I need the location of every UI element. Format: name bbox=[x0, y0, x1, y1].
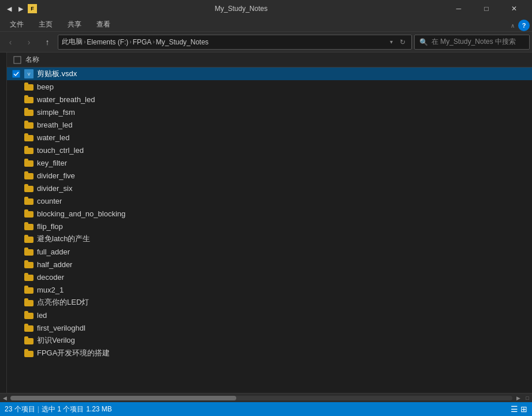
minimize-button[interactable]: ─ bbox=[445, 0, 472, 17]
breadcrumb: 此电脑 › Elements (F:) › FPGA › My_Study_No… bbox=[62, 37, 385, 47]
list-item[interactable]: FPGA开发环境的搭建 bbox=[7, 347, 532, 359]
item-checkbox[interactable] bbox=[12, 272, 21, 282]
svg-rect-12 bbox=[13, 210, 20, 217]
list-item[interactable]: water_breath_led bbox=[7, 93, 532, 106]
corner-button[interactable]: □ bbox=[523, 393, 532, 403]
item-name: 初识Verilog bbox=[37, 335, 75, 346]
item-checkbox[interactable] bbox=[12, 158, 21, 167]
item-name: led bbox=[37, 311, 47, 320]
item-checkbox[interactable] bbox=[12, 196, 21, 205]
folder-icon bbox=[24, 95, 34, 103]
item-checkbox[interactable] bbox=[12, 209, 21, 218]
item-checkbox[interactable] bbox=[12, 171, 21, 180]
list-item[interactable]: 初识Verilog bbox=[7, 334, 532, 347]
item-name: simple_fsm bbox=[37, 108, 75, 117]
item-checkbox[interactable] bbox=[12, 247, 21, 256]
item-checkbox[interactable] bbox=[12, 234, 21, 243]
search-placeholder: 在 My_Study_Notes 中搜索 bbox=[431, 37, 516, 47]
svg-rect-21 bbox=[13, 324, 20, 331]
view-list-icon[interactable]: ☰ bbox=[511, 404, 518, 414]
folder-icon bbox=[24, 311, 34, 319]
item-checkbox[interactable] bbox=[12, 133, 21, 142]
item-name: beep bbox=[37, 83, 54, 91]
maximize-button[interactable]: □ bbox=[473, 0, 500, 17]
folder-icon bbox=[24, 209, 34, 218]
list-item[interactable]: first_veriloghdl bbox=[7, 321, 532, 334]
list-item[interactable]: blocking_and_no_blocking bbox=[7, 207, 532, 220]
tab-view[interactable]: 查看 bbox=[89, 17, 118, 31]
scroll-thumb[interactable] bbox=[10, 396, 236, 400]
list-item[interactable]: water_led bbox=[7, 131, 532, 144]
svg-rect-15 bbox=[13, 248, 20, 255]
item-checkbox[interactable] bbox=[12, 298, 21, 307]
item-checkbox[interactable] bbox=[12, 183, 21, 193]
list-item[interactable]: breath_led bbox=[7, 118, 532, 131]
list-item[interactable]: V剪贴板.vsdx bbox=[7, 68, 532, 80]
svg-rect-17 bbox=[13, 273, 20, 280]
address-bar[interactable]: 此电脑 › Elements (F:) › FPGA › My_Study_No… bbox=[58, 35, 412, 50]
item-checkbox[interactable] bbox=[12, 260, 21, 269]
svg-rect-16 bbox=[13, 261, 20, 268]
item-name: key_filter bbox=[37, 159, 67, 167]
horizontal-scrollbar[interactable]: ◀ ▶ □ bbox=[0, 393, 532, 402]
header-checkbox[interactable] bbox=[12, 54, 23, 66]
close-button[interactable]: ✕ bbox=[501, 0, 527, 17]
forward-button[interactable]: › bbox=[21, 34, 37, 50]
list-item[interactable]: key_filter bbox=[7, 156, 532, 169]
item-name: water_breath_led bbox=[37, 95, 95, 104]
item-checkbox[interactable] bbox=[12, 107, 21, 117]
scroll-track[interactable] bbox=[10, 396, 512, 400]
item-checkbox[interactable] bbox=[12, 285, 21, 294]
view-grid-icon[interactable]: ⊞ bbox=[520, 404, 527, 414]
item-checkbox[interactable] bbox=[12, 348, 21, 358]
left-panel bbox=[0, 53, 7, 393]
ribbon-expand-icon[interactable]: ∧ bbox=[507, 20, 518, 31]
list-item[interactable]: divider_five bbox=[7, 169, 532, 182]
item-checkbox[interactable] bbox=[12, 82, 21, 91]
item-checkbox[interactable] bbox=[12, 323, 21, 332]
list-item[interactable]: led bbox=[7, 309, 532, 321]
item-checkbox[interactable] bbox=[12, 69, 21, 78]
item-checkbox[interactable] bbox=[12, 336, 21, 345]
item-checkbox[interactable] bbox=[12, 95, 21, 104]
item-name: divider_six bbox=[37, 184, 72, 193]
item-name: flip_flop bbox=[37, 222, 63, 231]
item-checkbox[interactable] bbox=[12, 120, 21, 129]
folder-icon bbox=[24, 133, 34, 141]
ribbon: 文件 主页 共享 查看 ∧ ? bbox=[0, 17, 532, 32]
item-checkbox[interactable] bbox=[12, 145, 21, 155]
item-checkbox[interactable] bbox=[12, 310, 21, 320]
folder-icon bbox=[24, 171, 34, 179]
file-list[interactable]: 名称 V剪贴板.vsdxbeepwater_breath_ledsimple_f… bbox=[7, 53, 532, 393]
list-item[interactable]: flip_flop bbox=[7, 220, 532, 233]
tab-file[interactable]: 文件 bbox=[2, 17, 31, 31]
item-name: 点亮你的LED灯 bbox=[37, 297, 89, 308]
svg-rect-20 bbox=[13, 312, 20, 318]
list-item[interactable]: beep bbox=[7, 80, 532, 93]
list-item[interactable]: simple_fsm bbox=[7, 106, 532, 118]
tab-home[interactable]: 主页 bbox=[31, 17, 60, 31]
list-item[interactable]: touch_ctrl_led bbox=[7, 144, 532, 156]
back-button[interactable]: ‹ bbox=[2, 34, 18, 50]
folder-icon bbox=[24, 184, 34, 192]
svg-rect-23 bbox=[13, 350, 20, 357]
list-item[interactable]: counter bbox=[7, 194, 532, 207]
up-button[interactable]: ↑ bbox=[39, 34, 55, 50]
item-name: first_veriloghdl bbox=[37, 324, 85, 332]
scroll-left-button[interactable]: ◀ bbox=[0, 393, 9, 403]
item-checkbox[interactable] bbox=[12, 222, 21, 231]
list-item[interactable]: half_adder bbox=[7, 258, 532, 271]
scroll-right-button[interactable]: ▶ bbox=[514, 393, 523, 403]
refresh-icon[interactable]: ↻ bbox=[397, 38, 408, 46]
list-item[interactable]: divider_six bbox=[7, 182, 532, 194]
list-item[interactable]: decoder bbox=[7, 271, 532, 283]
address-dropdown-icon[interactable]: ▾ bbox=[388, 39, 395, 45]
help-icon[interactable]: ? bbox=[518, 20, 530, 31]
list-item[interactable]: 点亮你的LED灯 bbox=[7, 296, 532, 309]
svg-rect-19 bbox=[13, 299, 20, 306]
tab-share[interactable]: 共享 bbox=[60, 17, 89, 31]
search-bar[interactable]: 🔍 在 My_Study_Notes 中搜索 bbox=[414, 35, 530, 50]
list-item[interactable]: mux2_1 bbox=[7, 283, 532, 296]
list-item[interactable]: 避免latch的产生 bbox=[7, 233, 532, 245]
list-item[interactable]: full_adder bbox=[7, 245, 532, 258]
